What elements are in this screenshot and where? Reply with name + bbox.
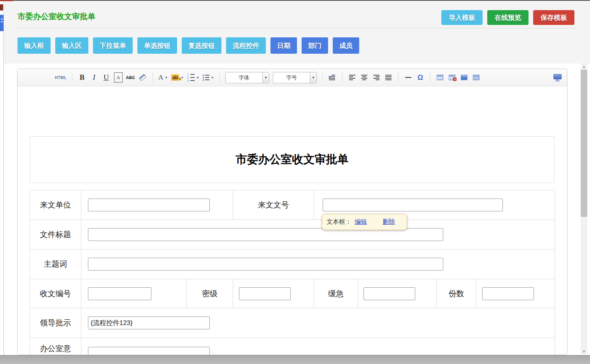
document-title: 市委办公室收文审批单 [236,152,349,167]
align-center-icon[interactable] [360,72,369,83]
page-title: 市委办公室收文审批单 [18,11,95,22]
window-top-edge-accent [0,0,13,1]
page: 市委办公室收文审批单 导入模板 在线预览 保存模板 输入框 输入区 下拉菜单 单… [0,0,590,364]
file-title-label: 文件标题 [30,220,81,250]
copies-input[interactable] [482,287,534,300]
copies-label: 份数 [437,279,476,308]
control-member-button[interactable]: 成员 [333,37,359,54]
special-character-icon[interactable]: Ω [416,72,425,83]
table-row: 主题词 [30,250,555,279]
office-opinion-label: 办公室意 [30,338,81,355]
indent-icon[interactable]: ▶ [328,72,337,83]
urgency-label: 缓急 [314,279,358,308]
background-fragment-blue [0,15,4,31]
italic-icon[interactable]: I [90,72,98,83]
control-input-box-button[interactable]: 输入框 [18,37,51,54]
control-flow-widget-button[interactable]: 流程控件 [226,37,266,54]
bold-icon[interactable]: B [78,72,86,83]
unordered-list-icon[interactable]: ▼ [203,72,214,83]
editor-content[interactable]: 市委办公室收文审批单 来文单位 来文文号 文件标题 主 [18,86,567,355]
receipt-no-label: 收文编号 [30,279,81,308]
fullscreen-monitor-icon[interactable] [553,74,562,81]
font-family-value: 字体 [226,72,262,83]
table-row: 来文单位 来文文号 [30,190,555,220]
toolbar-separator [72,73,72,82]
delete-table-icon[interactable] [448,72,457,83]
insert-table-icon[interactable] [436,72,444,83]
subject-words-label: 主题词 [30,250,81,279]
highlight-icon[interactable]: ab✎▼ [171,72,184,83]
leader-instructions-label: 领导批示 [30,308,81,338]
secrecy-input[interactable] [239,287,291,300]
underline-icon[interactable]: U [102,72,111,83]
align-left-icon[interactable] [348,72,356,83]
ordered-list-icon[interactable]: 1 2 3 ▼ [187,72,199,83]
font-size-select[interactable]: 字号 ▼ [273,72,317,83]
tooltip-prefix: 文本框： [327,218,351,226]
control-department-button[interactable]: 部门 [302,37,328,54]
left-background-sliver [0,0,4,364]
toolbar-separator [342,73,342,82]
chevron-down-icon[interactable]: ▼ [262,72,269,83]
toolbar-separator [430,73,430,82]
edit-field-link[interactable]: 编辑 [355,218,367,226]
urgency-input[interactable] [363,287,415,300]
strikethrough-icon[interactable]: ABC [126,72,135,83]
window-top-edge [0,0,590,1]
import-template-button[interactable]: 导入模板 [441,10,483,25]
vertical-scrollbar[interactable]: ▲ ▼ [581,63,587,354]
bottom-window-edge [0,355,590,364]
table-row: 收文编号 密级 缓急 份数 [30,279,555,308]
source-number-input[interactable] [323,199,503,211]
control-palette: 输入框 输入区 下拉菜单 单选按钮 复选按钮 流程控件 日期 部门 成员 [18,37,359,54]
background-fragment-red [0,4,3,11]
toolbar-separator [322,73,323,82]
cell-properties-icon[interactable] [472,72,481,83]
horizontal-rule-icon[interactable] [404,72,413,83]
toolbar-separator [219,73,220,82]
field-tooltip: 文本框： 编辑 删除 [322,214,407,230]
table-properties-icon[interactable] [460,72,469,83]
subject-words-input[interactable] [88,258,443,271]
toolbar-separator [398,73,399,82]
rich-text-editor: HTML B I U A ABC A▼ ab✎▼ 1 2 3 ▼ [17,69,567,355]
online-preview-button[interactable]: 在线预览 [487,10,529,25]
inline-style-icon[interactable]: A [114,72,123,83]
template-actions: 导入模板 在线预览 保存模板 [441,10,574,25]
editor-toolbar: HTML B I U A ABC A▼ ab✎▼ 1 2 3 ▼ [18,69,567,86]
font-family-select[interactable]: 字体 ▼ [225,72,269,83]
form-table: 来文单位 来文文号 文件标题 主题词 收文编号 密级 [30,190,555,355]
control-date-button[interactable]: 日期 [270,37,297,54]
table-row: 文件标题 [30,220,555,250]
control-checkbox-button[interactable]: 复选按钮 [182,37,221,54]
html-source-icon[interactable]: HTML [55,72,67,83]
font-color-icon[interactable]: A▼ [158,72,168,83]
align-right-icon[interactable] [372,72,381,83]
receipt-no-input[interactable] [88,287,151,300]
eraser-icon[interactable] [139,72,147,83]
document-title-box: 市委办公室收文审批单 [30,136,555,183]
control-input-area-button[interactable]: 输入区 [55,37,88,54]
table-row: 办公室意 [30,338,555,355]
scroll-up-icon[interactable]: ▲ [581,63,587,69]
control-radio-button[interactable]: 单选按钮 [137,37,177,54]
secrecy-label: 密级 [187,279,233,308]
leader-instructions-input[interactable] [88,317,210,329]
scroll-down-icon[interactable]: ▼ [581,348,587,354]
control-dropdown-button[interactable]: 下拉菜单 [93,37,133,54]
office-opinion-input[interactable] [88,347,210,355]
font-size-value: 字号 [273,72,310,83]
header-panel: 市委办公室收文审批单 导入模板 在线预览 保存模板 输入框 输入区 下拉菜单 单… [4,1,590,63]
delete-field-link[interactable]: 删除 [383,218,395,226]
dashed-separator [18,28,576,28]
source-unit-label: 来文单位 [30,190,81,220]
chevron-down-icon[interactable]: ▼ [310,72,316,83]
source-number-label: 来文文号 [233,190,314,220]
source-unit-input[interactable] [88,199,210,211]
justify-icon[interactable] [384,72,393,83]
table-row: 领导批示 [30,308,555,338]
toolbar-separator [153,73,153,82]
save-template-button[interactable]: 保存模板 [533,10,574,25]
scrollbar-thumb[interactable] [581,70,587,217]
